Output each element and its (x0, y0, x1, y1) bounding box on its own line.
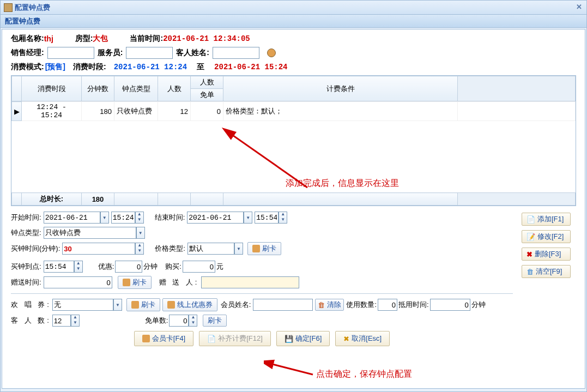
swipe-card-button-2[interactable]: 刷卡 (118, 276, 152, 289)
th-pcount[interactable]: 人数 (158, 76, 191, 101)
gift-input[interactable] (44, 276, 112, 288)
edit-button[interactable]: 📝修改[F2] (522, 230, 571, 243)
annotation-arrow-2 (264, 359, 318, 381)
th-pstack[interactable]: 人数 (191, 76, 223, 89)
sales-mgr-label: 销售经理: (11, 48, 44, 58)
save-icon: 💾 (285, 335, 293, 343)
footer-total-value: 180 (82, 193, 114, 206)
room-type-label: 房型: (75, 34, 93, 44)
app-icon (4, 3, 13, 12)
discount-unit: 分钟 (143, 262, 158, 272)
coupon-select[interactable] (52, 299, 113, 311)
link-icon (167, 301, 175, 309)
end-date-input[interactable] (187, 212, 244, 224)
cancel-button[interactable]: ✖取消[Esc] (335, 331, 390, 346)
use-count-label: 使用数量: (346, 300, 377, 310)
dropdown-icon[interactable]: ▼ (113, 299, 122, 311)
table-row[interactable]: ▶ 12:24 - 15:24 180 只收钟点费 12 0 价格类型：默认； (12, 102, 576, 121)
window-titlebar: 配置钟点费 ✕ (1, 1, 586, 15)
add-button[interactable]: 📄添加[F1] (522, 213, 571, 226)
panel-title: 配置钟点费 (1, 15, 586, 28)
waiter-input[interactable] (126, 47, 173, 59)
guest-name-input[interactable] (213, 47, 259, 59)
end-time-input[interactable] (255, 212, 279, 224)
start-time-input[interactable] (111, 212, 135, 224)
swipe-card-button[interactable]: 刷卡 (247, 242, 281, 255)
delete-button[interactable]: ✖删除[F3] (522, 248, 571, 261)
period-start: 2021-06-21 12:24 (114, 63, 187, 71)
spinner-icon[interactable]: ▲▼ (135, 243, 144, 255)
offset-time-input[interactable] (430, 299, 470, 311)
window-title: 配置钟点费 (15, 3, 50, 13)
spinner-icon[interactable]: ▲▼ (189, 315, 197, 327)
spinner-icon[interactable]: ▲▼ (71, 315, 80, 327)
box-name-value: thj (44, 34, 53, 43)
dropdown-icon[interactable]: ▼ (100, 212, 109, 224)
th-time[interactable]: 消费时段 (22, 76, 82, 101)
th-type[interactable]: 钟点类型 (114, 76, 158, 101)
current-time-label: 当前时间: (130, 34, 163, 44)
free-count-label: 免单数: (145, 316, 168, 325)
card-icon (131, 301, 139, 309)
discount-input[interactable] (115, 261, 142, 273)
card-icon (252, 245, 260, 252)
swipe-card-button-4[interactable]: 刷卡 (203, 315, 227, 327)
th-cond[interactable]: 计费条件 (223, 76, 458, 101)
use-count-input[interactable] (378, 299, 397, 311)
svg-line-1 (270, 364, 313, 375)
doc-icon: 📄 (207, 335, 216, 343)
ctype-label: 钟点类型: (11, 228, 41, 238)
cancel-icon: ✖ (343, 335, 349, 343)
person-icon[interactable] (267, 49, 276, 57)
th-pfree[interactable]: 免单 (191, 89, 223, 101)
dropdown-icon[interactable]: ▼ (234, 243, 243, 255)
member-name-input[interactable] (253, 299, 313, 311)
guest-name-label: 客人姓名: (176, 48, 209, 58)
th-minutes[interactable]: 分钟数 (82, 76, 114, 101)
fill-fee-button[interactable]: 📄补齐计费[F12] (199, 331, 271, 346)
ctype-select[interactable] (44, 227, 136, 239)
period-end: 2021-06-21 15:24 (214, 63, 287, 71)
dropdown-icon[interactable]: ▼ (136, 227, 145, 239)
hourly-fee-grid: 消费时段 分钟数 钟点类型 人数 人数 计费条件 免单 (11, 75, 576, 206)
until-time-input[interactable] (44, 261, 74, 273)
start-date-input[interactable] (44, 212, 100, 224)
cell-pfree: 0 (191, 102, 223, 121)
member-card-button[interactable]: 会员卡[F4] (134, 331, 193, 346)
bought-min-input[interactable] (62, 243, 135, 255)
ok-button[interactable]: 💾确定[F6] (276, 331, 330, 346)
period-label: 消费时段: (73, 62, 106, 72)
row-marker: ▶ (12, 102, 22, 121)
free-count-input[interactable] (169, 315, 189, 327)
giver-label: 赠 送 人: (159, 278, 199, 287)
cell-type: 只收钟点费 (114, 102, 158, 121)
mode-value: [预售] (45, 62, 65, 72)
sales-mgr-input[interactable] (47, 47, 94, 59)
clear-all-button[interactable]: 🗑清空[F9] (522, 265, 571, 278)
clear-button[interactable]: 🗑清除 (315, 299, 344, 311)
swipe-card-button-3[interactable]: 刷卡 (126, 298, 160, 311)
offset-unit: 分钟 (471, 300, 486, 310)
card-icon (142, 335, 150, 342)
box-name-label: 包厢名称: (11, 34, 44, 44)
guest-count-input[interactable] (52, 315, 71, 327)
online-coupon-button[interactable]: 线上优惠券 (162, 298, 217, 311)
start-time-label: 开始时间: (11, 213, 41, 222)
spinner-icon[interactable]: ▲▼ (74, 261, 83, 273)
giver-input[interactable] (201, 276, 299, 288)
annotation-text-2: 点击确定，保存钟点配置 (316, 369, 412, 380)
waiter-label: 服务员: (98, 48, 123, 58)
spinner-icon[interactable]: ▲▼ (279, 212, 287, 224)
member-name-label: 会员姓名: (221, 300, 251, 310)
dropdown-icon[interactable]: ▼ (244, 212, 252, 224)
amount-label: 购买: (165, 262, 181, 272)
price-type-select[interactable] (187, 243, 234, 255)
guest-count-label: 客 人 数: (11, 316, 51, 325)
price-type-label: 价格类型: (155, 244, 185, 254)
cell-pcount: 12 (158, 102, 191, 121)
close-icon[interactable]: ✕ (576, 3, 582, 11)
amount-input[interactable] (183, 261, 215, 273)
spinner-icon[interactable]: ▲▼ (135, 212, 144, 224)
amount-unit: 元 (216, 262, 223, 272)
period-to: 至 (197, 62, 204, 72)
